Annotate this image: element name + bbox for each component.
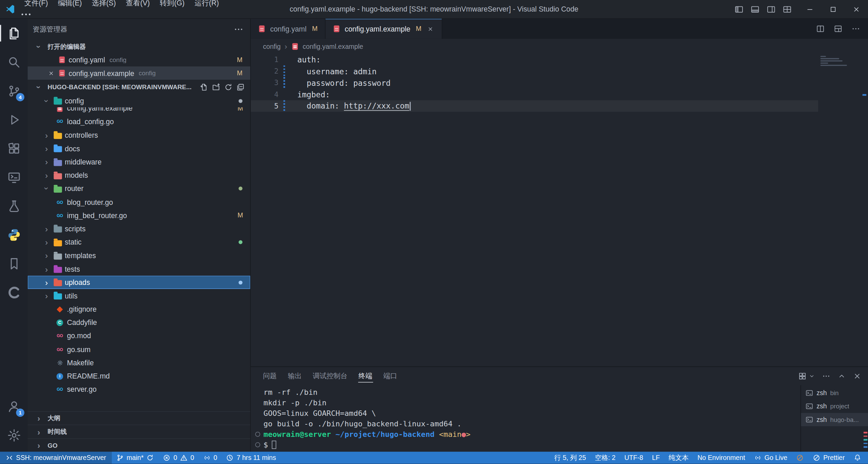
activity-bookmarks[interactable] bbox=[0, 249, 28, 278]
more-icon[interactable] bbox=[851, 24, 860, 33]
url-link[interactable]: http://xxx.com bbox=[344, 101, 409, 110]
workspace-section-header[interactable]: HUGO-BACKEND [SSH: MEOWRAINVMWARE... bbox=[28, 80, 250, 94]
panel-tab-debug-console[interactable]: 调试控制台 bbox=[307, 367, 353, 386]
tree-folder-utils[interactable]: utils bbox=[28, 289, 250, 302]
section-outline[interactable]: 大纲 bbox=[28, 411, 250, 425]
terminal-tab-bin[interactable]: zshbin bbox=[801, 387, 868, 400]
tree-file-go-sum[interactable]: GOgo.sum bbox=[28, 343, 250, 356]
problems[interactable]: 00 bbox=[158, 452, 198, 464]
chevron-down-icon[interactable] bbox=[809, 373, 815, 379]
tree-file-img-bed-router-go[interactable]: GOimg_bed_router.goM bbox=[28, 209, 250, 222]
open-editor-config-yaml[interactable]: config.yamlconfigM bbox=[28, 53, 250, 66]
ports-forwarded[interactable]: 0 bbox=[199, 452, 222, 464]
tree-folder-middleware[interactable]: middleware bbox=[28, 155, 250, 169]
breadcrumb-item[interactable]: config bbox=[263, 42, 281, 50]
code-editor[interactable]: 1auth:2 username: admin3 password: passw… bbox=[251, 54, 868, 367]
tree-folder-scripts[interactable]: scripts bbox=[28, 222, 250, 235]
panel-tab-problems[interactable]: 问题 bbox=[257, 367, 282, 386]
formatter-status[interactable] bbox=[792, 452, 808, 464]
tree-folder-static[interactable]: static bbox=[28, 236, 250, 249]
collapse-all-icon[interactable] bbox=[236, 83, 245, 91]
indentation[interactable]: 空格: 2 bbox=[591, 452, 620, 464]
activity-run-debug[interactable] bbox=[0, 105, 28, 134]
tree-file-blog-router-go[interactable]: GOblog_router.go bbox=[28, 195, 250, 209]
chevron-up-icon[interactable] bbox=[837, 372, 846, 380]
tree-file-server-go[interactable]: GOserver.go bbox=[28, 383, 250, 396]
remote-indicator[interactable]: SSH: meowrainVmwareServer bbox=[0, 452, 112, 464]
tree-folder-uploads[interactable]: uploads bbox=[28, 276, 250, 289]
minimap[interactable] bbox=[821, 56, 861, 67]
tree-file-readme-md[interactable]: iREADME.md bbox=[28, 369, 250, 383]
activity-remote-explorer[interactable] bbox=[0, 163, 28, 192]
activity-account[interactable]: 1 bbox=[0, 392, 28, 421]
tree-folder-controllers[interactable]: controllers bbox=[28, 129, 250, 142]
split-editor-icon[interactable] bbox=[816, 24, 825, 33]
panel-tab-output[interactable]: 输出 bbox=[282, 367, 307, 386]
tab-config-yaml[interactable]: config.yamlM bbox=[251, 19, 325, 39]
activity-source-control[interactable]: 4 bbox=[0, 76, 28, 105]
open-editors-header[interactable]: 打开的编辑器 bbox=[28, 40, 250, 53]
tab-config-yaml-example[interactable]: config.yaml.exampleM bbox=[325, 19, 442, 39]
activity-extensions[interactable] bbox=[0, 134, 28, 163]
git-branch[interactable]: main* bbox=[112, 452, 158, 464]
close-icon[interactable] bbox=[46, 69, 55, 77]
eol-sequence[interactable]: LF bbox=[648, 452, 664, 464]
notifications[interactable] bbox=[849, 452, 866, 464]
go-live[interactable]: Go Live bbox=[750, 452, 792, 464]
activity-c-logo[interactable] bbox=[0, 278, 28, 307]
panel-tab-ports[interactable]: 端口 bbox=[378, 367, 403, 386]
breadcrumb-item[interactable]: config.yaml.example bbox=[303, 42, 363, 50]
activity-settings[interactable] bbox=[0, 421, 28, 450]
tree-folder-config[interactable]: config bbox=[28, 94, 250, 107]
tree-folder-models[interactable]: models bbox=[28, 169, 250, 182]
maximize-button[interactable] bbox=[822, 0, 845, 18]
tree-file-load-config-go[interactable]: GOload_config.go bbox=[28, 115, 250, 128]
tree-file-makefile[interactable]: Makefile bbox=[28, 356, 250, 369]
terminal-input-line[interactable]: $ bbox=[264, 440, 801, 450]
layout-panel-icon[interactable] bbox=[751, 5, 759, 14]
menu-selection[interactable]: 选择(S) bbox=[87, 0, 121, 9]
minimize-button[interactable] bbox=[798, 0, 822, 18]
tree-file-go-mod[interactable]: GOgo.mod bbox=[28, 329, 250, 343]
encoding[interactable]: UTF-8 bbox=[620, 452, 648, 464]
activity-testing[interactable] bbox=[0, 192, 28, 220]
new-folder-icon[interactable] bbox=[212, 83, 220, 91]
close-button[interactable] bbox=[845, 0, 868, 18]
close-icon[interactable] bbox=[426, 24, 435, 34]
wakatime[interactable]: 7 hrs 11 mins bbox=[222, 452, 281, 464]
panel-tab-terminal[interactable]: 终端 bbox=[353, 367, 378, 386]
menu-goto[interactable]: 转到(G) bbox=[155, 0, 189, 9]
tree-file-caddyfile[interactable]: CCaddyfile bbox=[28, 316, 250, 329]
close-icon[interactable] bbox=[853, 372, 861, 380]
language-mode[interactable]: 纯文本 bbox=[664, 452, 693, 464]
menu-view[interactable]: 查看(V) bbox=[121, 0, 155, 9]
tree-folder-templates[interactable]: templates bbox=[28, 249, 250, 262]
tree-folder-router[interactable]: router bbox=[28, 182, 250, 195]
python-environment[interactable]: No Environment bbox=[693, 452, 750, 464]
refresh-icon[interactable] bbox=[224, 83, 232, 91]
menu-run[interactable]: 运行(R) bbox=[190, 0, 224, 9]
menu-edit[interactable]: 编辑(E) bbox=[53, 0, 87, 9]
tree-file-config-yaml-example[interactable]: config.yaml.exampleM bbox=[28, 108, 250, 115]
activity-explorer[interactable] bbox=[0, 19, 28, 47]
activity-python[interactable] bbox=[0, 220, 28, 249]
open-editor-config-yaml-example[interactable]: config.yaml.exampleconfigM bbox=[28, 66, 250, 80]
section-timeline[interactable]: 时间线 bbox=[28, 425, 250, 438]
cursor-position[interactable]: 行 5, 列 25 bbox=[550, 452, 591, 464]
tree-folder-tests[interactable]: tests bbox=[28, 262, 250, 275]
tree-folder-docs[interactable]: docs bbox=[28, 142, 250, 155]
new-file-icon[interactable] bbox=[200, 83, 208, 91]
tree-file-gitignore[interactable]: .gitignore bbox=[28, 303, 250, 316]
layout-sidebar-right-icon[interactable] bbox=[767, 5, 775, 14]
menu-more-icon[interactable] bbox=[19, 8, 33, 20]
terminal-tab-project[interactable]: zshproject bbox=[801, 400, 868, 413]
layout-customize-icon[interactable] bbox=[783, 5, 792, 14]
section-go[interactable]: GO bbox=[28, 438, 250, 452]
editor-layout-icon[interactable] bbox=[834, 24, 843, 33]
prettier[interactable]: Prettier bbox=[808, 452, 849, 464]
layout-sidebar-icon[interactable] bbox=[735, 5, 744, 14]
sidebar-more-icon[interactable] bbox=[234, 24, 244, 34]
views-grid-icon[interactable] bbox=[798, 372, 806, 380]
activity-search[interactable] bbox=[0, 47, 28, 76]
terminal-tab-hugo-ba[interactable]: zshhugo-ba... bbox=[801, 413, 868, 426]
